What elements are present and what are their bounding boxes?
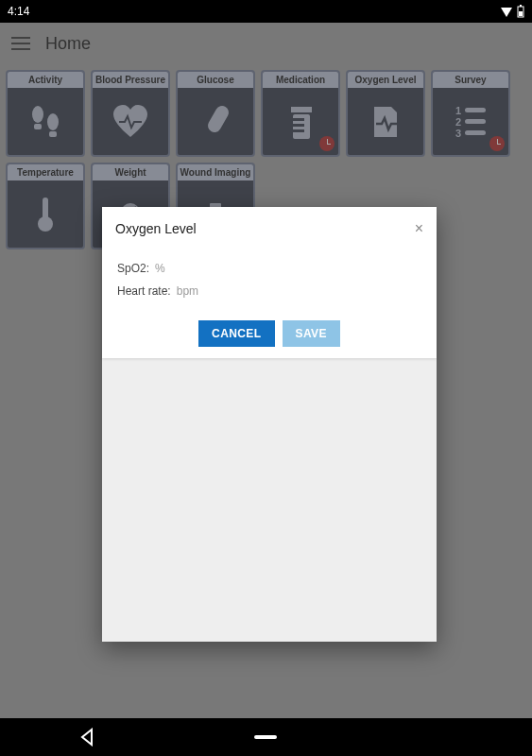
heartrate-label: Heart rate: [117, 284, 171, 298]
heartrate-unit: bpm [177, 284, 198, 298]
save-button[interactable]: SAVE [283, 320, 340, 347]
status-time: 4:14 [8, 5, 29, 18]
back-icon[interactable] [78, 728, 97, 747]
content-area: Home Activity Blood Pressure Glucose Med… [0, 23, 532, 718]
svg-rect-26 [254, 735, 277, 739]
svg-rect-2 [519, 11, 523, 16]
field-spo2[interactable]: SpO2: % [117, 262, 421, 275]
field-heartrate[interactable]: Heart rate: bpm [117, 284, 421, 298]
spo2-label: SpO2: [117, 262, 149, 275]
status-icons [500, 5, 524, 18]
cancel-button[interactable]: CANCEL [198, 320, 274, 347]
status-bar: 4:14 [0, 0, 532, 23]
android-nav-bar [0, 718, 532, 756]
home-icon[interactable] [254, 732, 277, 742]
wifi-icon [500, 6, 513, 17]
spo2-unit: % [155, 262, 165, 275]
oxygen-dialog: Oxygen Level × SpO2: % Heart rate: bpm C… [102, 207, 437, 642]
battery-icon [517, 5, 524, 18]
dialog-title: Oxygen Level [115, 221, 197, 236]
close-icon[interactable]: × [415, 220, 423, 237]
svg-rect-1 [520, 5, 522, 7]
